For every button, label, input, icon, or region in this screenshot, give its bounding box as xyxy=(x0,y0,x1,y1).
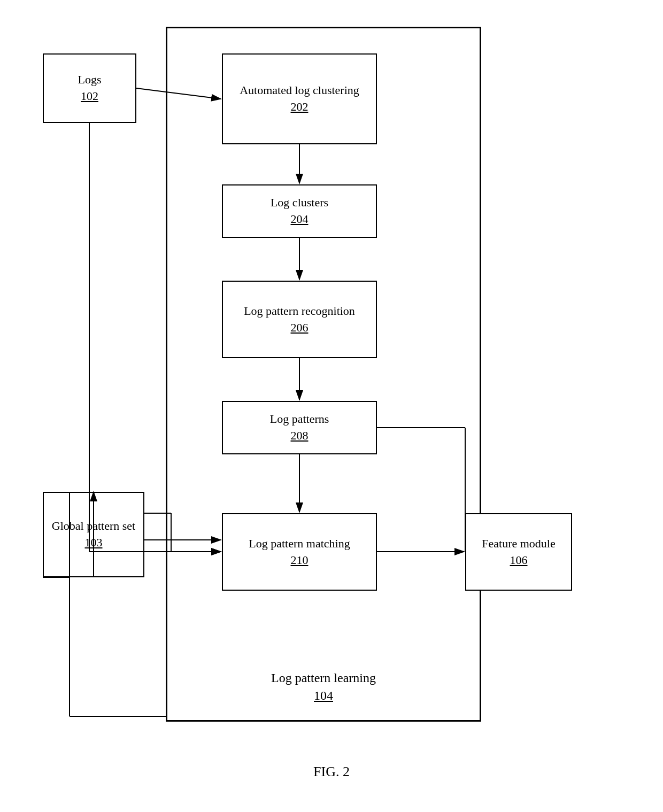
log-patterns-label: Log patterns xyxy=(270,412,329,427)
logs-ref: 102 xyxy=(81,89,98,104)
figure-caption-text: FIG. 2 xyxy=(313,764,350,779)
box-logs: Logs 102 xyxy=(43,53,136,123)
log-clusters-label: Log clusters xyxy=(271,195,328,211)
box-automated-log-clustering: Automated log clustering 202 xyxy=(222,53,377,144)
box-log-patterns: Log patterns 208 xyxy=(222,401,377,454)
log-clusters-ref: 204 xyxy=(291,212,309,227)
box-global-pattern-set: Global pattern set 103 xyxy=(43,492,144,577)
box-log-pattern-recognition: Log pattern recognition 206 xyxy=(222,281,377,358)
log-pattern-recognition-label: Log pattern recognition xyxy=(244,304,355,319)
global-pattern-set-ref: 103 xyxy=(85,535,103,551)
log-pattern-learning-ref: 104 xyxy=(314,687,333,704)
log-patterns-ref: 208 xyxy=(291,428,309,444)
log-pattern-recognition-ref: 206 xyxy=(291,320,309,336)
feature-module-ref: 106 xyxy=(510,553,528,568)
diagram: Log pattern learning 104 Logs 102 Automa… xyxy=(0,0,663,812)
figure-caption: FIG. 2 xyxy=(313,764,350,780)
log-pattern-matching-ref: 210 xyxy=(291,553,309,568)
automated-log-clustering-ref: 202 xyxy=(291,99,309,115)
global-pattern-set-label: Global pattern set xyxy=(52,519,135,534)
log-pattern-matching-label: Log pattern matching xyxy=(249,536,350,552)
log-pattern-learning-label: Log pattern learning xyxy=(271,670,376,686)
logs-label: Logs xyxy=(78,72,102,88)
automated-log-clustering-label: Automated log clustering xyxy=(240,83,359,98)
box-log-clusters: Log clusters 204 xyxy=(222,184,377,238)
box-feature-module: Feature module 106 xyxy=(465,513,572,591)
feature-module-label: Feature module xyxy=(482,536,555,552)
box-log-pattern-matching: Log pattern matching 210 xyxy=(222,513,377,591)
